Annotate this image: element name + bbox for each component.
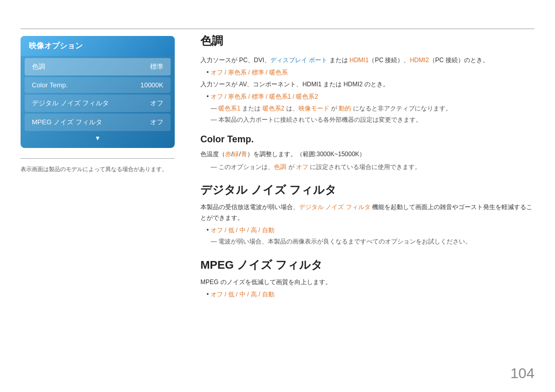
section-title-shikicho: 色調 <box>200 33 534 49</box>
note-text: 表示画面は製品のモデルによって異なる場合があります。 <box>21 166 168 172</box>
menu-item-label: 色調 <box>32 62 45 71</box>
colortemp-dash1: このオプションは、色調 が オフ に設定されている場合に使用できます。 <box>211 162 534 172</box>
section-title-digital-noise: デジタル ノイズ フィルタ <box>200 182 534 198</box>
shikicho-bullet2: オフ / 寒色系 / 標準 / 暖色系1 / 暖色系2 <box>207 91 534 102</box>
digitalnoise-body1: 本製品の受信放送電波が弱い場合、デジタル ノイズ フィルタ 機能を起動して画面上… <box>200 202 534 223</box>
page-number: 104 <box>510 365 534 382</box>
mpegnoise-bullet1: オフ / 低 / 中 / 高 / 自動 <box>207 289 534 300</box>
menu-item-value: オフ <box>150 99 163 108</box>
menu-item-shikicho[interactable]: 色調 標準 <box>25 58 171 76</box>
menu-item-label: MPEG ノイズ フィルタ <box>32 118 102 127</box>
menu-arrow: ▼ <box>21 133 175 144</box>
menu-item-label: Color Temp. <box>32 81 68 89</box>
menu-title: 映像オプション <box>21 36 175 56</box>
mpegnoise-body1: MPEG のノイズを低減して画質を向上します。 <box>200 277 534 287</box>
menu-item-color-temp[interactable]: Color Temp. 10000K <box>25 77 171 93</box>
section-mpeg-noise: MPEG ノイズ フィルタ MPEG のノイズを低減して画質を向上します。 オフ… <box>200 257 534 300</box>
left-panel: 映像オプション 色調 標準 Color Temp. 10000K デジタル ノイ… <box>21 36 175 174</box>
menu-item-value: オフ <box>150 118 163 127</box>
shikicho-dash2: 本製品の入力ポートに接続されている各外部機器の設定は変更できます。 <box>211 115 534 125</box>
section-shikicho: 色調 入力ソースが PC、DVI、ディスプレイ ポート または HDMI1（PC… <box>200 33 534 125</box>
section-title-color-temp: Color Temp. <box>200 134 534 145</box>
menu-item-value: 標準 <box>150 62 163 71</box>
section-digital-noise: デジタル ノイズ フィルタ 本製品の受信放送電波が弱い場合、デジタル ノイズ フ… <box>200 182 534 247</box>
shikicho-dash1: 暖色系1 または 暖色系2 は、映像モード が 動的 になると非アクティブになり… <box>211 103 534 114</box>
shikicho-body2: 入力ソースが AV、コンポーネント、HDMI1 または HDMI2 のとき。 <box>200 79 534 89</box>
colortemp-body1: 色温度（赤/緑/青）を調整します。（範囲:3000K~15000K） <box>200 149 534 159</box>
right-panel: 色調 入力ソースが PC、DVI、ディスプレイ ポート または HDMI1（PC… <box>200 33 534 301</box>
digitalnoise-dash1: 電波が弱い場合、本製品の画像表示が良くなるまですべてのオプションをお試しください… <box>211 236 534 247</box>
menu-item-mpeg-noise[interactable]: MPEG ノイズ フィルタ オフ <box>25 114 171 131</box>
menu-item-value: 10000K <box>140 81 163 89</box>
menu-item-label: デジタル ノイズ フィルタ <box>32 99 109 108</box>
menu-box: 映像オプション 色調 標準 Color Temp. 10000K デジタル ノイ… <box>21 36 175 148</box>
note-section: 表示画面は製品のモデルによって異なる場合があります。 <box>21 158 175 174</box>
digitalnoise-bullet1: オフ / 低 / 中 / 高 / 自動 <box>207 225 534 235</box>
menu-item-digital-noise[interactable]: デジタル ノイズ フィルタ オフ <box>25 95 171 112</box>
shikicho-bullet1: オフ / 寒色系 / 標準 / 暖色系 <box>207 67 534 78</box>
section-color-temp: Color Temp. 色温度（赤/緑/青）を調整します。（範囲:3000K~1… <box>200 134 534 172</box>
shikicho-body1: 入力ソースが PC、DVI、ディスプレイ ポート または HDMI1（PC 接続… <box>200 55 534 65</box>
section-title-mpeg-noise: MPEG ノイズ フィルタ <box>200 257 534 273</box>
top-divider <box>21 28 534 29</box>
